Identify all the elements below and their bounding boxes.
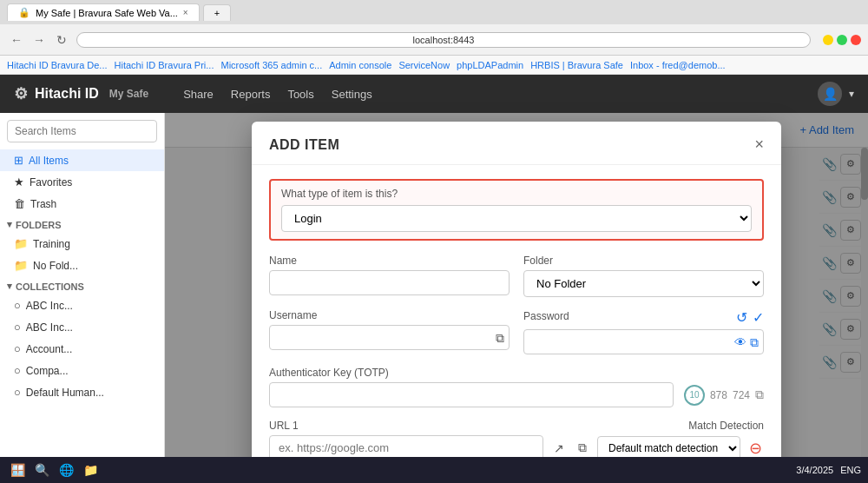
start-button[interactable]: 🪟 xyxy=(7,460,28,480)
folder-icon-nofolder: 📁 xyxy=(14,259,28,272)
logo-subtitle: My Safe xyxy=(109,88,148,100)
sidebar-item-account[interactable]: ○ Account... xyxy=(0,338,164,360)
sidebar-item-favorites[interactable]: ★ Favorites xyxy=(0,171,164,193)
app-header: ⚙ Hitachi ID My Safe Share Reports Tools… xyxy=(0,75,868,113)
minimize-button[interactable] xyxy=(823,35,833,45)
taskbar-file-explorer[interactable]: 📁 xyxy=(80,460,101,480)
password-input[interactable] xyxy=(523,329,764,354)
copy-totp-button[interactable]: ⧉ xyxy=(755,387,764,402)
modal-close-button[interactable]: × xyxy=(754,136,764,154)
url-right: Match Detection xyxy=(688,420,764,432)
taskbar-right: 3/4/2025 ENG xyxy=(796,465,861,475)
taskbar-browser[interactable]: 🌐 xyxy=(56,460,76,480)
content-area: + Add Item 📎 ⚙ 📎 ⚙ 📎 ⚙ 📎 ⚙ 📎 xyxy=(165,113,868,483)
new-tab-button[interactable]: + xyxy=(203,4,231,21)
open-url-button[interactable]: ↗ xyxy=(550,438,568,459)
bookmark-6[interactable]: HRBIS | Bravura Safe xyxy=(530,60,623,70)
sidebar-item-all-items[interactable]: ⊞ All Items xyxy=(0,149,164,171)
sidebar: ⊞ All Items ★ Favorites 🗑 Trash ▾ FOLDER… xyxy=(0,113,165,483)
username-input[interactable] xyxy=(269,325,510,350)
training-label: Training xyxy=(33,238,70,250)
folder-label: Folder xyxy=(523,255,764,267)
sidebar-item-trash[interactable]: 🗑 Trash xyxy=(0,193,164,215)
collection-0-label: ABC Inc... xyxy=(26,300,73,312)
search-input[interactable] xyxy=(7,120,157,142)
collection-icon-1: ○ xyxy=(14,321,21,334)
type-select[interactable]: Login Secure Note Card Identity xyxy=(281,205,752,232)
match-detection-label: Match Detection xyxy=(688,420,764,432)
browser-bar: ← → ↻ localhost:8443 xyxy=(0,24,868,56)
folders-header[interactable]: ▾ FOLDERS xyxy=(0,215,164,233)
sidebar-item-abc2[interactable]: ○ ABC Inc... xyxy=(0,316,164,338)
bookmark-1[interactable]: Hitachi ID Bravura Pri... xyxy=(115,60,214,70)
header-right: 👤 ▾ xyxy=(818,82,854,106)
main-area: ⊞ All Items ★ Favorites 🗑 Trash ▾ FOLDER… xyxy=(0,113,868,483)
copy-url-button[interactable]: ⧉ xyxy=(575,437,590,459)
totp-row: 10 878 724 ⧉ xyxy=(269,382,764,407)
totp-circle: 10 xyxy=(684,385,705,406)
copy-password-button[interactable]: ⧉ xyxy=(750,334,759,349)
password-label-row: Password ↺ ✓ xyxy=(523,309,764,326)
restore-button[interactable] xyxy=(837,35,847,45)
folder-col: Folder No Folder Training xyxy=(523,255,764,297)
gear-icon: ⚙ xyxy=(14,84,28,103)
show-password-button[interactable]: 👁 xyxy=(734,334,746,349)
type-select-container: What type of item is this? Login Secure … xyxy=(269,179,764,241)
avatar-button[interactable]: 👤 xyxy=(818,82,842,106)
bookmark-7[interactable]: Inbox - fred@demob... xyxy=(630,60,726,70)
check-password-button[interactable]: ✓ xyxy=(753,309,764,326)
copy-url-icon: ⧉ xyxy=(578,440,587,454)
password-actions: ↺ ✓ xyxy=(736,309,764,326)
modal-header: ADD ITEM × xyxy=(252,122,781,165)
nav-tools[interactable]: Tools xyxy=(287,88,313,101)
bookmark-0[interactable]: Hitachi ID Bravura De... xyxy=(7,60,108,70)
collections-label: COLLECTIONS xyxy=(16,281,84,292)
close-window-button[interactable] xyxy=(851,35,861,45)
address-bar[interactable]: localhost:8443 xyxy=(76,32,811,48)
sidebar-item-no-folder[interactable]: 📁 No Fold... xyxy=(0,255,164,276)
nav-share[interactable]: Share xyxy=(183,88,214,101)
forward-button[interactable]: → xyxy=(30,30,49,50)
app-logo: ⚙ Hitachi ID My Safe xyxy=(14,84,148,103)
sidebar-item-abc1[interactable]: ○ ABC Inc... xyxy=(0,294,164,316)
totp-counter: 10 878 724 ⧉ xyxy=(684,385,764,406)
reload-button[interactable]: ↻ xyxy=(52,30,71,50)
avatar-chevron: ▾ xyxy=(849,88,854,100)
active-tab[interactable]: 🔒 My Safe | Bravura Safe Web Va... × xyxy=(7,3,200,21)
grid-icon: ⊞ xyxy=(14,154,23,167)
sidebar-item-company[interactable]: ○ Compa... xyxy=(0,360,164,381)
copy-username-button[interactable]: ⧉ xyxy=(496,330,504,345)
folder-select[interactable]: No Folder Training xyxy=(523,270,764,297)
name-label: Name xyxy=(269,255,510,267)
external-link-icon: ↗ xyxy=(554,441,564,455)
copy-totp-icon: ⧉ xyxy=(755,387,764,401)
bookmarks-bar: Hitachi ID Bravura De... Hitachi ID Brav… xyxy=(0,56,868,75)
bookmark-4[interactable]: ServiceNow xyxy=(398,60,450,70)
back-button[interactable]: ← xyxy=(7,30,26,50)
name-input[interactable] xyxy=(269,270,510,295)
nav-settings[interactable]: Settings xyxy=(332,88,372,101)
bookmark-2[interactable]: Microsoft 365 admin c... xyxy=(220,60,322,70)
name-folder-row: Name Folder No Folder Training xyxy=(269,255,764,297)
bookmark-5[interactable]: phpLDAPadmin xyxy=(457,60,523,70)
collections-arrow: ▾ xyxy=(7,281,12,292)
bookmark-3[interactable]: Admin console xyxy=(329,60,391,70)
remove-url-button[interactable]: ⊖ xyxy=(747,437,764,460)
search-taskbar-button[interactable]: 🔍 xyxy=(31,460,52,480)
folders-label: FOLDERS xyxy=(16,220,62,230)
sidebar-favorites-label: Favorites xyxy=(30,176,72,189)
nav-reports[interactable]: Reports xyxy=(231,88,271,101)
url-label-row: URL 1 Match Detection xyxy=(269,420,764,432)
username-password-row: Username ⧉ Password xyxy=(269,309,764,354)
name-col: Name xyxy=(269,255,510,297)
regenerate-password-button[interactable]: ↺ xyxy=(736,309,747,326)
sidebar-item-default[interactable]: ○ Default Human... xyxy=(0,381,164,403)
totp-input[interactable] xyxy=(269,382,674,407)
sidebar-item-training[interactable]: 📁 Training xyxy=(0,233,164,255)
username-col: Username ⧉ xyxy=(269,309,510,354)
collections-header[interactable]: ▾ COLLECTIONS xyxy=(0,276,164,294)
collection-icon-2: ○ xyxy=(14,342,21,355)
type-question: What type of item is this? xyxy=(281,188,752,200)
url1-label: URL 1 xyxy=(269,420,299,432)
tab-close-icon[interactable]: × xyxy=(183,8,188,17)
